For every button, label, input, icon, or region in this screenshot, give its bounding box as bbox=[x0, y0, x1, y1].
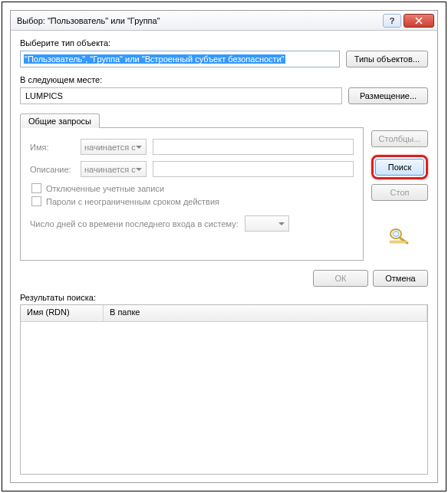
results-table: Имя (RDN) В папке bbox=[20, 304, 428, 475]
search-highlight: Поиск bbox=[371, 155, 428, 179]
object-type-value: "Пользователь", "Группа" или "Встроенный… bbox=[24, 54, 285, 64]
name-label: Имя: bbox=[30, 143, 74, 152]
ok-button[interactable]: ОК bbox=[313, 270, 368, 287]
disabled-accounts-label: Отключенные учетные записи bbox=[46, 184, 164, 193]
description-label: Описание: bbox=[30, 165, 74, 174]
object-type-field[interactable]: "Пользователь", "Группа" или "Встроенный… bbox=[20, 51, 340, 67]
help-button[interactable]: ? bbox=[383, 14, 401, 28]
svg-point-1 bbox=[393, 232, 399, 237]
window-title: Выбор: "Пользователь" или "Группа" bbox=[17, 16, 383, 25]
location-field[interactable]: LUMPICS bbox=[20, 87, 342, 104]
column-header-folder[interactable]: В папке bbox=[104, 305, 427, 321]
stop-button[interactable]: Стоп bbox=[371, 184, 428, 201]
search-button[interactable]: Поиск bbox=[375, 159, 424, 176]
dialog-window: Выбор: "Пользователь" или "Группа" ? Выб… bbox=[10, 10, 438, 483]
column-header-rdn[interactable]: Имя (RDN) bbox=[21, 305, 104, 321]
non-expiring-password-label: Пароли с неограниченным сроком действия bbox=[46, 197, 219, 206]
svg-rect-2 bbox=[390, 241, 407, 243]
disabled-accounts-checkbox[interactable] bbox=[31, 183, 41, 193]
object-type-label: Выберите тип объекта: bbox=[20, 38, 428, 48]
cancel-button[interactable]: Отмена bbox=[373, 270, 428, 287]
placement-button[interactable]: Размещение... bbox=[348, 87, 428, 104]
results-label: Результаты поиска: bbox=[20, 293, 428, 302]
location-value: LUMPICS bbox=[25, 91, 63, 100]
description-input[interactable] bbox=[153, 161, 354, 177]
help-icon: ? bbox=[390, 16, 395, 25]
location-label: В следующем месте: bbox=[20, 75, 428, 84]
search-icon bbox=[388, 227, 411, 247]
days-dropdown[interactable] bbox=[245, 215, 289, 232]
results-body bbox=[21, 322, 427, 474]
name-match-dropdown[interactable]: начинается с bbox=[81, 139, 147, 155]
close-icon bbox=[415, 17, 423, 25]
titlebar: Выбор: "Пользователь" или "Группа" ? bbox=[11, 11, 437, 31]
columns-button[interactable]: Столбцы... bbox=[371, 130, 428, 147]
tab-common-queries[interactable]: Общие запросы bbox=[20, 113, 100, 128]
name-input[interactable] bbox=[153, 139, 354, 155]
object-types-button[interactable]: Типы объектов... bbox=[346, 51, 428, 67]
days-since-login-label: Число дней со времени последнего входа в… bbox=[30, 219, 239, 228]
non-expiring-password-checkbox[interactable] bbox=[31, 196, 41, 206]
tab-content: Имя: начинается с Описание: начинается с bbox=[20, 127, 364, 261]
close-button[interactable] bbox=[404, 14, 434, 28]
description-match-dropdown[interactable]: начинается с bbox=[81, 161, 147, 177]
